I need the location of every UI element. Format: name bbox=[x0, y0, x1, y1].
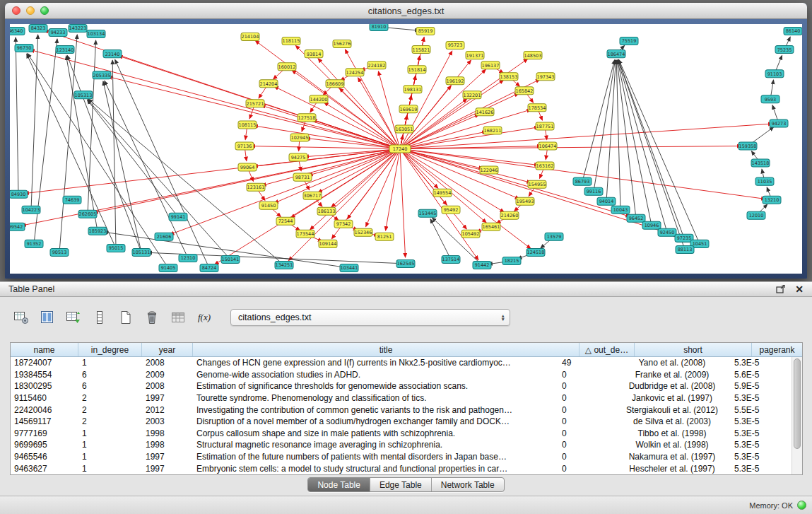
citation-edge-red[interactable] bbox=[261, 105, 400, 148]
graph-node[interactable]: 91442 bbox=[473, 261, 491, 269]
new-column-button[interactable] bbox=[116, 308, 136, 327]
float-panel-icon[interactable] bbox=[776, 285, 785, 293]
graph-node[interactable]: 123140 bbox=[56, 46, 74, 54]
graph-node[interactable]: 11035 bbox=[755, 177, 774, 185]
citation-edge-black[interactable] bbox=[606, 60, 616, 201]
graph-node[interactable]: 18215 bbox=[502, 257, 521, 264]
table-row[interactable]: 969969511998Structural magnetic resonanc… bbox=[11, 439, 792, 451]
citation-edge-red[interactable] bbox=[255, 40, 400, 148]
graph-node[interactable]: 99542 bbox=[10, 223, 25, 230]
graph-node[interactable]: 84930 bbox=[10, 190, 28, 198]
graph-node[interactable]: 143223 bbox=[69, 25, 87, 33]
graph-node[interactable]: 105492 bbox=[461, 230, 480, 238]
graph-node[interactable]: 153445 bbox=[418, 209, 437, 217]
graph-node[interactable]: 96452 bbox=[627, 214, 645, 222]
citation-edge-red[interactable] bbox=[400, 110, 531, 149]
show-columns-button[interactable] bbox=[37, 308, 57, 327]
graph-node[interactable]: 138153 bbox=[500, 73, 518, 81]
table-row[interactable]: 2242004622012Investigating the contribut… bbox=[11, 404, 792, 416]
citation-edge-red[interactable] bbox=[400, 124, 772, 148]
graph-node[interactable]: 214104 bbox=[241, 33, 259, 41]
citation-edge-black[interactable] bbox=[112, 60, 116, 248]
graph-node[interactable]: 92450 bbox=[658, 228, 676, 236]
zoom-window-button[interactable] bbox=[40, 6, 49, 15]
graph-node[interactable]: 124254 bbox=[346, 69, 364, 76]
graph-node[interactable]: 124518 bbox=[526, 248, 545, 256]
graph-node[interactable]: 12010 bbox=[747, 211, 765, 219]
graph-node[interactable]: 186609 bbox=[326, 80, 344, 88]
tab-edge-table[interactable]: Edge Table bbox=[370, 478, 431, 491]
graph-node[interactable]: 21606 bbox=[155, 233, 173, 240]
table-row[interactable]: 946554611997Estimation of the future num… bbox=[11, 451, 792, 463]
graph-node[interactable]: 148503 bbox=[524, 52, 542, 59]
graph-node[interactable]: 198131 bbox=[404, 86, 422, 93]
citation-edge-red[interactable] bbox=[400, 93, 519, 148]
graph-node[interactable]: 163051 bbox=[395, 125, 413, 133]
citation-edge-red[interactable] bbox=[288, 149, 400, 261]
graph-node[interactable]: 149554 bbox=[433, 189, 452, 197]
graph-node[interactable]: 91103 bbox=[765, 70, 784, 78]
table-source-select[interactable]: citations_edges.txt ▲▼ bbox=[230, 309, 510, 326]
column-header-out-degree[interactable]: △ out_de… bbox=[579, 343, 635, 356]
graph-node[interactable]: 103441 bbox=[340, 264, 358, 271]
graph-node[interactable]: 98731 bbox=[293, 173, 312, 181]
citation-edge-black[interactable] bbox=[88, 100, 178, 216]
graph-node[interactable]: 115821 bbox=[412, 46, 430, 54]
graph-node[interactable]: 191371 bbox=[466, 52, 484, 59]
citation-edge-black[interactable] bbox=[16, 37, 18, 194]
graph-node[interactable]: 106474 bbox=[539, 142, 557, 150]
table-row[interactable]: 1456911722003Disruption of a novel membe… bbox=[11, 416, 792, 428]
graph-node[interactable]: 160012 bbox=[278, 63, 296, 71]
graph-node[interactable]: 159358 bbox=[739, 142, 757, 150]
graph-node[interactable]: 154955 bbox=[528, 180, 546, 188]
citation-edge-black[interactable] bbox=[618, 60, 652, 226]
table-row[interactable]: 911546021997Tourette syndrome. Phenomeno… bbox=[11, 392, 792, 404]
graph-node[interactable]: 215721 bbox=[246, 100, 264, 107]
graph-node[interactable]: 105131 bbox=[132, 248, 151, 256]
graph-node[interactable]: 196137 bbox=[481, 62, 500, 69]
graph-node[interactable]: 186474 bbox=[607, 50, 625, 58]
column-header-short[interactable]: short bbox=[635, 343, 752, 356]
citation-edge-red[interactable] bbox=[400, 149, 406, 257]
graph-node[interactable]: 10946 bbox=[642, 221, 661, 229]
graph-node[interactable]: 74639 bbox=[63, 196, 81, 204]
graph-node[interactable]: 91352 bbox=[25, 240, 43, 247]
scrollbar-thumb[interactable] bbox=[794, 358, 801, 449]
column-header-in-degree[interactable]: in_degree bbox=[78, 343, 142, 356]
minimize-window-button[interactable] bbox=[26, 6, 35, 15]
graph-node[interactable]: 197343 bbox=[536, 73, 555, 81]
graph-node[interactable]: 141626 bbox=[476, 108, 494, 116]
graph-node[interactable]: 165461 bbox=[482, 223, 500, 230]
table-row[interactable]: 1872400712008Changes of HCN gene express… bbox=[11, 357, 792, 369]
graph-node[interactable]: 105313 bbox=[74, 91, 93, 99]
citation-edge-red[interactable] bbox=[108, 76, 400, 148]
graph-node[interactable]: 127518 bbox=[298, 114, 316, 122]
column-header-pagerank[interactable]: pagerank bbox=[752, 343, 802, 356]
graph-node[interactable]: 88113 bbox=[676, 245, 694, 253]
citation-edge-red[interactable] bbox=[324, 103, 400, 149]
citation-edge-red[interactable] bbox=[400, 149, 630, 217]
table-mode-button[interactable] bbox=[11, 308, 31, 327]
function-builder-button[interactable]: f(x) bbox=[194, 308, 214, 327]
graph-node[interactable]: 165842 bbox=[515, 87, 534, 95]
citation-edge-red[interactable] bbox=[331, 149, 400, 207]
graph-node[interactable]: 23140 bbox=[103, 50, 122, 58]
graph-node[interactable]: 81251 bbox=[375, 233, 394, 240]
graph-node[interactable]: 96730 bbox=[15, 45, 33, 52]
graph-node[interactable]: 9593 bbox=[761, 95, 779, 103]
graph-node[interactable]: 185923 bbox=[88, 227, 107, 235]
citation-edge-red[interactable] bbox=[400, 127, 539, 149]
graph-node[interactable]: 84323 bbox=[29, 25, 47, 33]
graph-node[interactable]: 196192 bbox=[446, 77, 464, 85]
tab-network-table[interactable]: Network Table bbox=[431, 478, 504, 491]
graph-node[interactable]: 150141 bbox=[221, 255, 240, 263]
table-row[interactable]: 946362711997Embryonic stem cells: a mode… bbox=[11, 462, 792, 474]
graph-node[interactable]: 72544 bbox=[276, 217, 295, 225]
graph-node[interactable]: 152346 bbox=[354, 228, 372, 236]
graph-node[interactable]: 195493 bbox=[516, 197, 534, 205]
graph-node[interactable]: 156276 bbox=[333, 40, 351, 48]
graph-node[interactable]: 108115 bbox=[238, 121, 257, 129]
graph-node[interactable]: 97136 bbox=[235, 142, 254, 150]
graph-node[interactable]: 91450 bbox=[259, 201, 278, 209]
citation-edge-black[interactable] bbox=[105, 81, 188, 258]
